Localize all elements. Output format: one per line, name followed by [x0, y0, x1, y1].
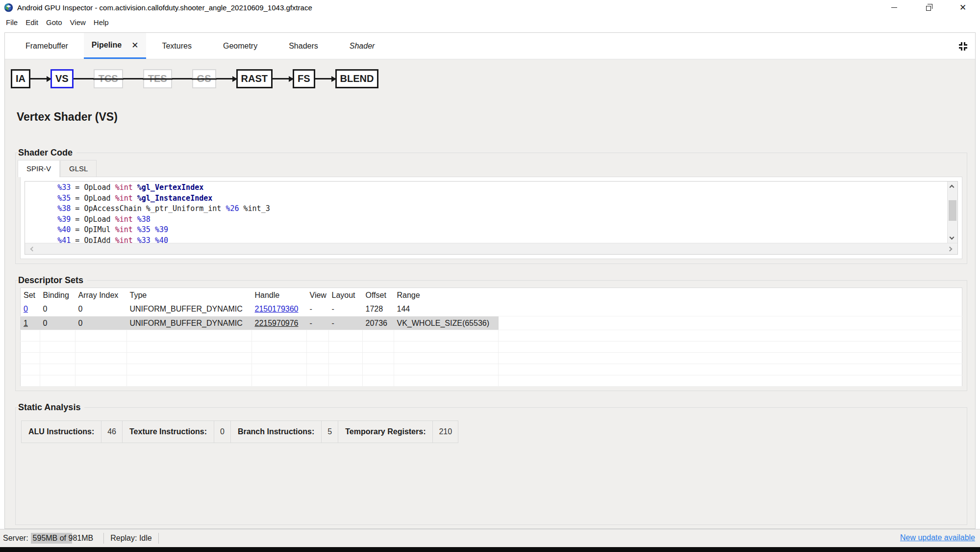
stat-label: Branch Instructions: — [231, 421, 322, 443]
range-cell: VK_WHOLE_SIZE(65536) — [394, 316, 499, 330]
set-link[interactable]: 0 — [24, 305, 28, 313]
code-line: %35 = OpLoad %int %gl_InstanceIndex — [26, 193, 947, 204]
pipeline-connector — [172, 78, 192, 79]
menu-item-file[interactable]: File — [2, 16, 22, 28]
view-cell: - — [307, 316, 329, 330]
pipeline-stage-fs[interactable]: FS — [293, 69, 315, 88]
minimize-button[interactable] — [877, 0, 911, 15]
agi-logo-icon — [4, 3, 13, 12]
stat-value: 210 — [433, 421, 458, 443]
title-bar: Android GPU Inspector - com.activision.c… — [0, 0, 980, 15]
window-controls: ✕ — [877, 0, 980, 15]
column-header-offset: Offset — [363, 288, 394, 303]
column-header-handle: Handle — [252, 288, 307, 303]
column-header-layout: Layout — [329, 288, 363, 303]
tab-label: Textures — [162, 42, 191, 51]
vertical-scrollbar[interactable] — [947, 182, 957, 243]
descriptor-sets-section: Descriptor Sets SetBindingArray IndexTyp… — [15, 275, 967, 391]
status-bar: Server: 595MB of 981MB Replay: Idle New … — [0, 529, 980, 547]
menu-item-view[interactable]: View — [66, 16, 90, 28]
pipeline-connector — [216, 78, 236, 79]
code-line: %38 = OpAccessChain %_ptr_Uniform_int %2… — [26, 204, 947, 214]
handle-cell: 2215970976 — [252, 316, 307, 330]
update-available-link[interactable]: New update available — [900, 533, 975, 542]
pipeline-connector — [315, 78, 335, 79]
array-index-cell: 0 — [75, 316, 127, 330]
column-header-range: Range — [394, 288, 499, 303]
server-label: Server: — [3, 534, 28, 543]
spirv-code-text[interactable]: %33 = OpLoad %int %gl_VertexIndex %35 = … — [25, 182, 947, 243]
shader-lang-tab-glsl[interactable]: GLSL — [60, 160, 97, 177]
tab-framebuffer[interactable]: Framebuffer — [10, 33, 84, 59]
vertical-scroll-thumb[interactable] — [949, 200, 956, 221]
code-line: %39 = OpLoad %int %38 — [26, 214, 947, 225]
pipeline-stage-blend[interactable]: BLEND — [335, 69, 379, 88]
set-link[interactable]: 1 — [24, 319, 28, 327]
shader-code-section: Shader Code SPIR-VGLSL %33 = OpLoad %int… — [15, 148, 967, 264]
code-viewport: %33 = OpLoad %int %gl_VertexIndex %35 = … — [25, 181, 958, 255]
pipeline-stage-gs[interactable]: GS — [192, 69, 216, 88]
menu-item-edit[interactable]: Edit — [22, 16, 42, 28]
pipeline-stage-vs[interactable]: VS — [50, 69, 74, 88]
restore-button[interactable] — [911, 0, 946, 15]
static-analysis-section-title: Static Analysis — [18, 402, 84, 413]
empty-table-row — [21, 342, 962, 353]
server-memory-gauge: 595MB of 981MB — [31, 533, 98, 544]
handle-cell: 2150179360 — [252, 303, 307, 316]
replay-status: Replay: Idle — [110, 534, 152, 543]
set-cell: 1 — [21, 316, 40, 330]
pipeline-stage-tes[interactable]: TES — [143, 69, 172, 88]
column-header-array-index: Array Index — [75, 288, 127, 303]
tab-textures[interactable]: Textures — [146, 33, 207, 59]
descriptor-set-row[interactable]: 000UNIFORM_BUFFER_DYNAMIC2150179360--172… — [21, 303, 962, 316]
pipeline-connector — [273, 78, 293, 79]
pipeline-connector — [123, 78, 143, 79]
menu-item-goto[interactable]: Goto — [42, 16, 66, 28]
empty-table-row — [21, 353, 962, 364]
descriptor-set-row[interactable]: 100UNIFORM_BUFFER_DYNAMIC2215970976--207… — [21, 316, 962, 330]
close-icon: ✕ — [959, 3, 966, 12]
stat-value: 5 — [322, 421, 338, 443]
array-index-cell: 0 — [75, 303, 127, 316]
close-button[interactable]: ✕ — [946, 0, 980, 15]
tab-shaders[interactable]: Shaders — [273, 33, 334, 59]
column-header-set: Set — [21, 288, 40, 303]
shader-lang-tab-spir-v[interactable]: SPIR-V — [18, 160, 60, 177]
layout-cell: - — [329, 316, 363, 330]
menu-item-help[interactable]: Help — [90, 16, 113, 28]
empty-table-row — [21, 330, 962, 342]
static-analysis-section: Static Analysis ALU Instructions:46Textu… — [15, 402, 967, 525]
tab-geometry[interactable]: Geometry — [207, 33, 273, 59]
pipeline-stage-tcs[interactable]: TCS — [94, 69, 123, 88]
descriptor-sets-section-title: Descriptor Sets — [18, 275, 87, 286]
horizontal-scrollbar[interactable] — [25, 243, 957, 254]
code-line: %41 = OpIAdd %int %33 %40 — [26, 236, 947, 243]
pipeline-connector — [74, 78, 94, 79]
code-line: %40 = OpIMul %int %35 %39 — [26, 225, 947, 236]
scroll-right-icon[interactable] — [948, 247, 953, 252]
tab-pipeline[interactable]: Pipeline✕ — [84, 33, 147, 59]
minimize-icon — [891, 7, 897, 8]
tab-label: Shaders — [289, 42, 318, 51]
tab-shader[interactable]: Shader — [334, 33, 391, 59]
static-analysis-stats: ALU Instructions:46Texture Instructions:… — [21, 421, 458, 443]
app-window: Android GPU Inspector - com.activision.c… — [0, 0, 980, 552]
handle-link[interactable]: 2150179360 — [255, 305, 299, 313]
stat-value: 46 — [101, 421, 123, 443]
scroll-left-icon[interactable] — [30, 247, 35, 252]
collapse-panes-icon[interactable] — [959, 42, 967, 51]
empty-table-row — [21, 375, 962, 387]
filler-cell — [499, 316, 962, 330]
descriptor-sets-table: SetBindingArray IndexTypeHandleViewLayou… — [20, 288, 962, 387]
pipeline-stage-rast[interactable]: RAST — [236, 69, 273, 88]
table-header-row: SetBindingArray IndexTypeHandleViewLayou… — [21, 288, 962, 303]
scroll-up-icon[interactable] — [950, 185, 955, 190]
main-panel: FramebufferPipeline✕TexturesGeometryShad… — [4, 32, 976, 529]
handle-link[interactable]: 2215970976 — [255, 319, 299, 327]
pipeline-stage-ia[interactable]: IA — [11, 69, 30, 88]
tab-label: Pipeline — [92, 41, 122, 50]
close-tab-icon[interactable]: ✕ — [131, 40, 138, 51]
scroll-down-icon[interactable] — [950, 235, 955, 240]
type-cell: UNIFORM_BUFFER_DYNAMIC — [127, 316, 252, 330]
tab-label: Geometry — [223, 42, 257, 51]
